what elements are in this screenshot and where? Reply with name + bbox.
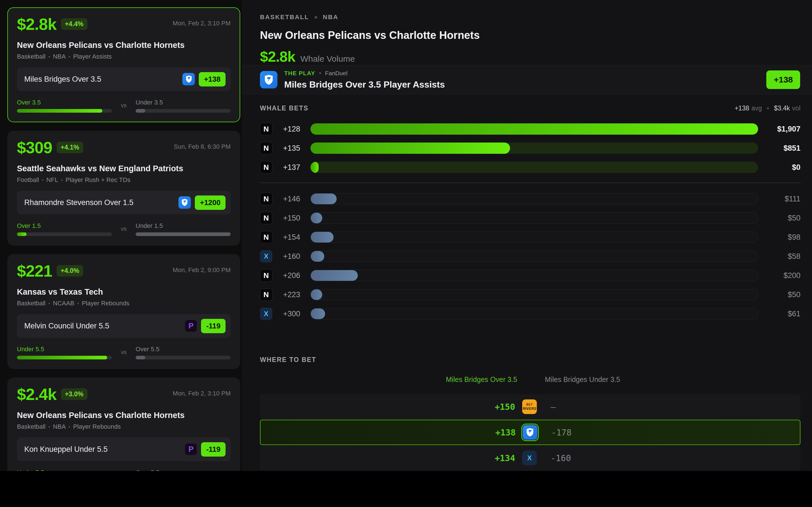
bet-odds-group: P -119: [185, 442, 225, 457]
row-odds: +135: [272, 144, 310, 153]
fanduel-icon: [260, 71, 277, 89]
row-odds: +300: [272, 309, 310, 318]
meta-league: NCAAB: [46, 300, 74, 307]
where-to-bet-title: WHERE TO BET: [260, 356, 316, 363]
betx-icon: X: [260, 250, 272, 263]
matchup-meta: BasketballNCAABPlayer Rebounds: [17, 300, 231, 307]
the-play-kicker: THE PLAY FanDuel: [284, 70, 445, 76]
under-column-header: Miles Bridges Under 3.5: [545, 376, 620, 384]
matchup-title: New Orleans Pelicans vs Charlotte Hornet…: [17, 411, 231, 420]
the-play-banner[interactable]: THE PLAY FanDuel Miles Bridges Over 3.5 …: [242, 65, 812, 94]
whale-bet-row: N +154 $98: [260, 231, 801, 243]
bet-card-kansas-texastech[interactable]: $221 +4.0% Mon, Feb 2, 9:00 PM Kansas vs…: [7, 254, 240, 369]
split-right-track: [136, 356, 231, 359]
row-odds: +206: [272, 271, 310, 280]
split-left-label: Under 5.5: [17, 469, 112, 471]
bet-selection-row[interactable]: Rhamondre Stevenson Over 1.5 +1200: [17, 191, 231, 214]
whale-bet-row: N +135 $851: [260, 142, 801, 154]
betx-icon[interactable]: X: [522, 451, 537, 465]
the-play-odds-badge[interactable]: +138: [766, 70, 800, 89]
split-right-fill: [136, 356, 145, 359]
split-left: Under 5.5: [17, 469, 112, 471]
whale-volume-amount: $221: [17, 263, 52, 279]
novig-icon: N: [260, 123, 272, 135]
kicker-dot: [319, 72, 321, 74]
row-amount: $0: [758, 163, 801, 172]
matchup-title: Seattle Seahawks vs New England Patriots: [17, 164, 231, 173]
over-under-split: Over 3.5 vs Under 3.5: [17, 99, 231, 113]
whale-bet-row: X +300 $61: [260, 307, 801, 320]
sportsbook-row-betrivers[interactable]: +150 BET RIVERS —: [260, 394, 801, 419]
novig-icon: N: [260, 212, 272, 224]
split-left-fill: [17, 109, 102, 113]
matchup-meta: FootballNFLPlayer Rush + Rec TDs: [17, 176, 231, 184]
split-right-label: Over 5.5: [136, 469, 231, 471]
bet-card-pelicans-hornets-assists[interactable]: $2.8k +4.4% Mon, Feb 2, 3:10 PM New Orle…: [7, 7, 240, 122]
page-title: New Orleans Pelicans vs Charlotte Hornet…: [260, 29, 800, 41]
change-badge: +4.1%: [57, 142, 83, 153]
whale-bet-row: N +146 $111: [260, 193, 801, 205]
volume-bar-track: [310, 308, 758, 320]
sportsbook-row-betx[interactable]: +134 X -160: [260, 445, 801, 471]
whale-bet-row: N +128 $1,907: [260, 123, 801, 135]
matchup-title: Kansas vs Texas Tech: [17, 287, 231, 296]
change-badge: +3.0%: [61, 388, 87, 400]
volume-bar-track: [310, 251, 758, 262]
split-right-label: Over 5.5: [136, 346, 231, 352]
fanduel-icon[interactable]: [523, 425, 538, 440]
prizepicks-icon: P: [185, 320, 197, 332]
split-left-label: Over 3.5: [17, 99, 112, 106]
the-play-bet: Miles Bridges Over 3.5 Player Assists: [284, 79, 445, 90]
card-header: $2.4k +3.0% Mon, Feb 2, 3:10 PM: [17, 386, 231, 403]
row-odds: +128: [272, 125, 310, 133]
row-amount: $851: [758, 144, 801, 153]
row-amount: $98: [758, 233, 801, 242]
novig-icon: N: [260, 193, 272, 205]
meta-market: Player Rebounds: [66, 423, 121, 430]
row-odds: +160: [272, 252, 310, 261]
row-amount: $58: [758, 252, 801, 261]
event-datetime: Sun, Feb 8, 6:30 PM: [174, 143, 231, 151]
book-icon-ring: [521, 424, 539, 441]
novig-icon: N: [260, 142, 272, 154]
volume-bar-fill: [311, 251, 324, 262]
split-left-label: Under 5.5: [17, 346, 112, 352]
sportsbook-row-fanduel-best[interactable]: +138 -178: [260, 420, 801, 445]
row-amount: $50: [758, 290, 801, 299]
sportsbook-odds-list: +150 BET RIVERS — +138: [260, 394, 801, 471]
the-play-label: THE PLAY: [284, 70, 315, 76]
bet-card-seahawks-patriots[interactable]: $309 +4.1% Sun, Feb 8, 6:30 PM Seattle S…: [7, 131, 240, 245]
odds-tier-separator: [260, 182, 801, 183]
volume-bar-fill: [311, 213, 322, 223]
betrivers-text-top: BET: [526, 403, 533, 406]
volume-bar-fill: [311, 193, 337, 204]
bet-selection-row[interactable]: Melvin Council Under 5.5 P -119: [17, 314, 231, 338]
bet-label: Kon Knueppel Under 5.5: [24, 445, 108, 454]
whale-volume-label: Whale Volume: [300, 54, 355, 64]
whale-bet-list: N +128 $1,907 N +135 $851 N +137 $0: [260, 123, 801, 320]
whale-bet-row: N +223 $50: [260, 288, 801, 301]
meta-market: Player Rush + Rec TDs: [58, 176, 130, 183]
app-window: $2.8k +4.4% Mon, Feb 2, 3:10 PM New Orle…: [0, 0, 812, 471]
avg-odds-value: +138: [734, 105, 749, 112]
bet-selection-row[interactable]: Miles Bridges Over 3.5 +138: [17, 67, 231, 91]
volume-bar-track: [310, 123, 758, 135]
volume-bar-fill: [310, 162, 319, 173]
split-left-fill: [17, 232, 27, 236]
total-vol-value: $3.4k: [774, 105, 790, 112]
breadcrumb-dot: [315, 16, 317, 18]
bet-label: Melvin Council Under 5.5: [24, 322, 109, 330]
the-play-text: THE PLAY FanDuel Miles Bridges Over 3.5 …: [284, 70, 445, 90]
card-header: $309 +4.1% Sun, Feb 8, 6:30 PM: [17, 139, 231, 156]
bet-selection-row[interactable]: Kon Knueppel Under 5.5 P -119: [17, 438, 231, 461]
bet-card-pelicans-hornets-rebounds[interactable]: $2.4k +3.0% Mon, Feb 2, 3:10 PM New Orle…: [7, 378, 240, 471]
bet-label: Miles Bridges Over 3.5: [24, 75, 101, 83]
betrivers-icon[interactable]: BET RIVERS: [522, 399, 537, 414]
volume-bar-fill: [311, 308, 325, 319]
meta-league: NFL: [39, 176, 58, 183]
volume-bar-fill: [310, 123, 758, 135]
meta-league: NBA: [46, 423, 66, 430]
breadcrumb: BASKETBALL NBA: [260, 13, 800, 21]
matchup-meta: BasketballNBAPlayer Rebounds: [17, 423, 231, 431]
volume-bar-fill: [311, 232, 334, 242]
